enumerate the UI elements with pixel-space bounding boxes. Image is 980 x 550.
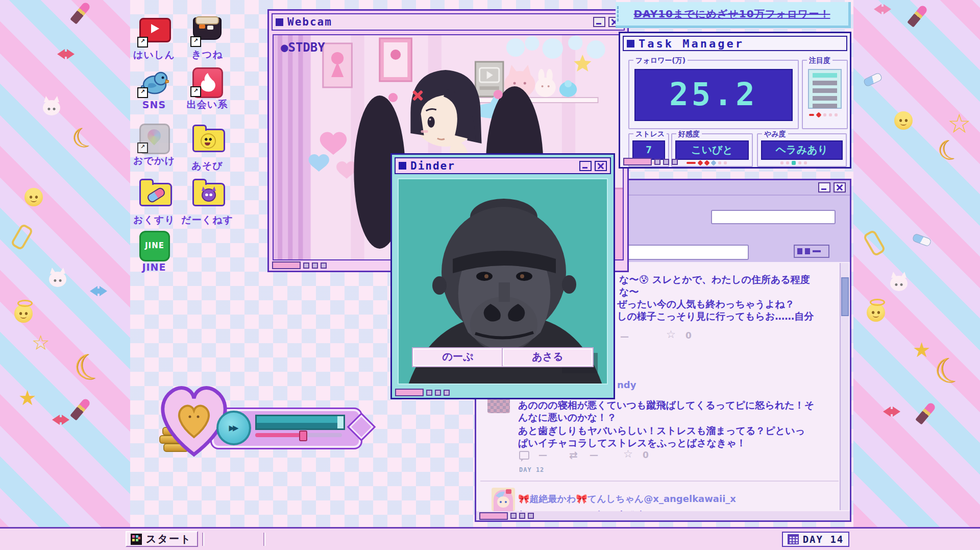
music-player: ▶▶ [153,376,373,478]
tweet-text-line: ぜったい今の人気も終わっちゃうよね？ [617,298,795,311]
desktop-icon-play[interactable]: あそび [177,124,238,173]
fast-forward-button[interactable]: ▶▶ [216,411,251,445]
reply-count: — [538,450,547,460]
darkness-value: ヘラみあり [761,140,843,160]
bow-icon [874,4,891,14]
pensive-emoji-icon [24,188,43,206]
scrollbar-thumb[interactable] [841,277,849,316]
desktop-icon-jine[interactable]: JINE JINE [124,231,185,273]
stress-label: ストレス [633,130,667,139]
task-manager-titlebar[interactable]: Task Manager [623,36,847,51]
taskbar-divider [202,533,203,546]
window-statusbar [395,389,450,396]
start-label: スタート [146,532,191,546]
fast-forward-icon: ▶▶ [229,423,238,433]
window-title: Dinder [410,160,455,172]
folder-icon [139,183,172,206]
close-button[interactable] [595,161,607,171]
grip-square [519,513,525,519]
star-icon: ★ [913,338,931,362]
icon-label: SNS [124,99,185,110]
affection-value: こいびと [675,140,749,160]
attention-meter [809,113,838,117]
bow-icon [57,49,75,59]
retweet-icon[interactable]: ⇄ [569,449,578,461]
avatar[interactable] [492,488,515,511]
pill-icon [863,72,883,87]
like-button[interactable]: あさる [503,348,593,366]
calendar-icon [788,534,799,544]
minimize-button[interactable] [593,17,605,27]
attention-list-icon [808,69,842,109]
icon-label: おでかけ [124,154,185,168]
grip-square [312,262,318,269]
desktop-icon-darkness[interactable]: だーくねす [177,178,238,227]
desktop-icon-dating[interactable]: ↗ 出会い系 [177,67,238,111]
desktop-icon-stream[interactable]: ↗ はいしん [124,14,185,62]
lipstick-icon [907,4,928,28]
desktop-icon-medicine[interactable]: おくすり [124,178,185,227]
day-counter: DAY 14 [782,532,849,547]
window-title: Task Manager [639,37,744,50]
tweet-username[interactable]: 🎀超絶最かわ🎀てんしちゃん@x_angelkawaii_x [518,493,736,505]
shortcut-arrow-icon: ↗ [137,87,148,98]
shortcut-arrow-icon: ↗ [190,86,201,97]
webcam-titlebar[interactable]: Webcam [272,13,625,31]
affection-label: 好感度 [676,130,702,139]
tweet-username[interactable]: ndy [617,379,636,390]
pill-icon [912,233,932,247]
favorite-count: 0 [643,450,649,460]
reply-bubble-icon[interactable] [519,451,529,462]
nope-button[interactable]: のーぷ [413,348,503,366]
start-button[interactable]: スタート [126,531,198,547]
dinder-window: Dinder [390,153,615,399]
bow-icon [52,415,69,425]
desktop-icon-kitsune[interactable]: ↗ きつね [177,12,238,61]
window-statusbar [623,158,678,165]
resize-chip [272,261,301,269]
tweet-text-line: な〜 [619,285,639,299]
bow-icon [90,286,107,296]
scrollbar[interactable] [840,263,849,510]
darkness-label: やみ度 [762,130,788,139]
close-button[interactable] [834,182,846,193]
tweeter-toolbar-widget[interactable] [794,245,829,258]
favorite-star-icon[interactable]: ☆ [666,328,676,341]
attention-group: 注目度 [802,60,848,129]
grip-square [303,262,309,269]
window-icon [399,162,406,170]
favorite-star-icon[interactable]: ☆ [623,448,633,460]
tweet-text-line: んなに悪いのかな！？ [518,411,617,424]
grip-square [528,513,534,519]
lipstick-icon [70,397,91,421]
grip-square [672,159,678,165]
desktop-icon-sns[interactable]: ↗ SNS [124,68,185,110]
jine-icon: JINE [139,231,170,261]
tweet-text-line: あののの寝相が悪くていつも蹴飛ばしてくるってピに怒られた！そ [518,399,814,412]
shortcut-arrow-icon: ↗ [137,142,148,153]
progress-fill [257,416,337,428]
minimize-button[interactable] [818,182,830,193]
angel-emoji-icon [14,304,33,323]
seek-knob[interactable] [299,431,307,441]
grip-square [663,159,669,165]
darkness-meter [780,161,807,165]
day-label: DAY 14 [803,534,844,545]
cat-face-icon [43,100,60,115]
tweeter-search-input[interactable] [711,210,836,224]
start-icon [131,534,142,545]
minimize-button[interactable] [579,161,592,171]
paperclip-icon [863,229,887,257]
moon-icon: ☾ [934,134,964,166]
seek-bar[interactable] [255,433,342,437]
favorite-count: 0 [685,330,692,341]
affection-group: 好感度 こいびと [671,133,753,167]
attention-label: 注目度 [807,56,832,65]
folder-icon [192,183,225,206]
desktop-icon-outing[interactable]: ↗ おでかけ [124,124,185,168]
progress-bar[interactable] [255,415,345,430]
grip-square [654,159,660,165]
dinder-titlebar[interactable]: Dinder [395,157,611,174]
tweet-text-line: あと歯ぎしりもヤバいらしい！ストレスも溜まってる？ピといっ [518,424,805,438]
capsule-icon [146,186,166,204]
